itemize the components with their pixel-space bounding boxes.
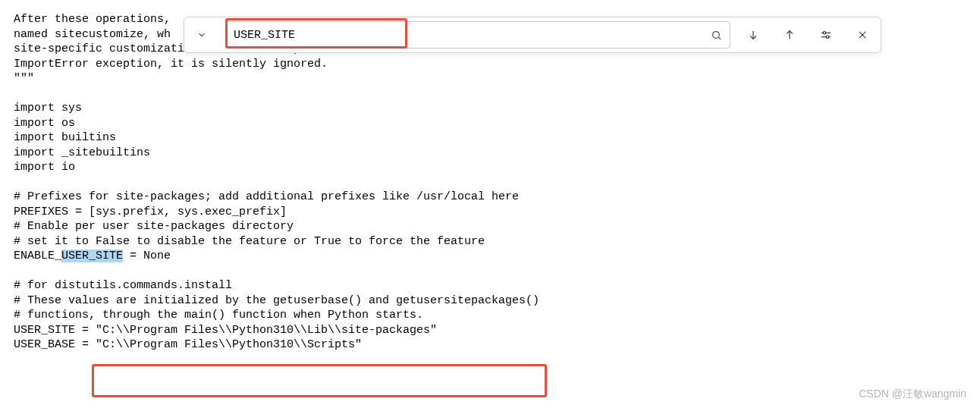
- code-line-part: USER_BASE =: [14, 338, 96, 351]
- code-line: # for distutils.commands.install: [14, 279, 232, 292]
- code-line: # Prefixes for site-packages; add additi…: [14, 190, 519, 203]
- find-input-wrapper: [225, 21, 730, 49]
- svg-point-0: [712, 31, 719, 38]
- search-icon: [711, 30, 722, 41]
- code-line: # functions, through the main() function…: [14, 309, 423, 322]
- find-search-button[interactable]: [702, 30, 730, 41]
- code-line-part: USER_SITE =: [14, 324, 96, 337]
- svg-line-1: [718, 37, 721, 39]
- code-line-part: "C:\\Program Files\\Python310\\Scripts": [96, 338, 362, 351]
- code-line: """: [14, 72, 34, 85]
- arrow-down-icon: [747, 29, 759, 41]
- code-line-part: "C:\\Program Files\\Python310\\Lib\\site…: [96, 324, 437, 337]
- arrow-up-icon: [784, 29, 796, 41]
- svg-point-6: [823, 32, 825, 34]
- close-icon: [857, 30, 868, 40]
- find-expand-button[interactable]: [184, 17, 219, 52]
- code-line: import os: [14, 117, 75, 130]
- find-previous-button[interactable]: [771, 17, 808, 52]
- find-close-button[interactable]: [844, 17, 881, 52]
- find-next-button[interactable]: [735, 17, 771, 52]
- code-line: # Enable per user site-packages director…: [14, 220, 294, 233]
- code-line: import sys: [14, 102, 82, 115]
- code-line-part: = None: [123, 250, 171, 262]
- code-line: ImportError exception, it is silently ig…: [14, 58, 328, 71]
- code-line: After these operations,: [14, 13, 171, 26]
- settings-sliders-icon: [820, 29, 832, 41]
- code-line-part: ENABLE_: [14, 250, 61, 262]
- code-line: import io: [14, 161, 75, 174]
- annotation-box: [92, 364, 547, 397]
- code-line: import builtins: [14, 131, 116, 144]
- code-line: # set it to False to disable the feature…: [14, 235, 485, 248]
- find-options-button[interactable]: [808, 17, 844, 52]
- find-input[interactable]: [226, 24, 702, 46]
- code-line: import _sitebuiltins: [14, 146, 150, 159]
- svg-point-7: [826, 36, 828, 38]
- code-line: named sitecustomize, wh: [14, 28, 171, 41]
- chevron-down-icon: [196, 30, 207, 40]
- code-area: After these operations, named sitecustom…: [0, 0, 980, 365]
- code-line: PREFIXES = [sys.prefix, sys.exec_prefix]: [14, 206, 287, 218]
- watermark: CSDN @汪敏wangmin: [859, 387, 966, 400]
- search-match-highlight: USER_SITE: [61, 250, 123, 262]
- find-bar: [184, 17, 881, 53]
- code-line: # These values are initialized by the ge…: [14, 294, 539, 307]
